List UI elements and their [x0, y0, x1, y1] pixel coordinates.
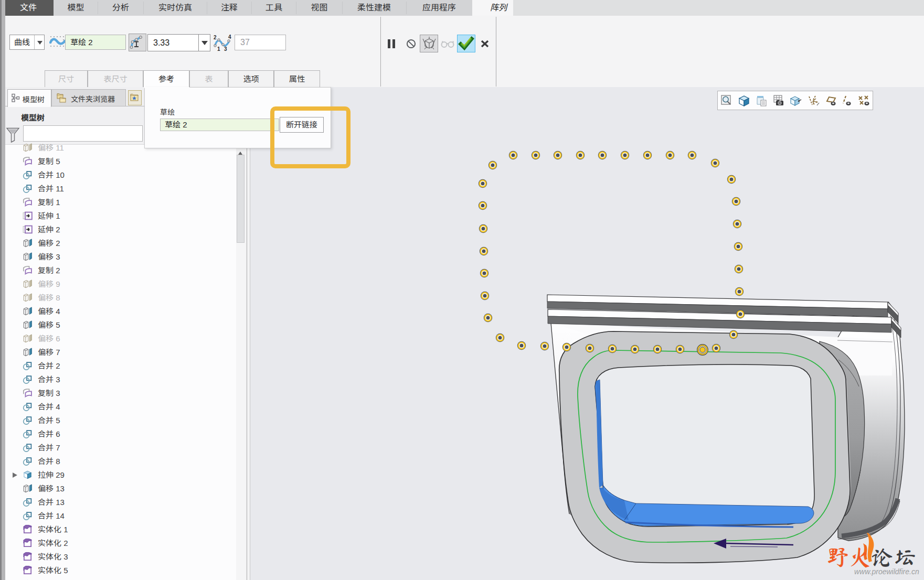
svg-text:野火: 野火 — [827, 546, 871, 568]
svg-text:2: 2 — [214, 35, 217, 40]
svg-text:论坛: 论坛 — [871, 546, 917, 568]
svg-text:4: 4 — [228, 35, 231, 40]
svg-text:www.proewildfire.cn: www.proewildfire.cn — [854, 567, 919, 576]
svg-text:1: 1 — [217, 46, 220, 51]
svg-text:3: 3 — [224, 46, 227, 51]
